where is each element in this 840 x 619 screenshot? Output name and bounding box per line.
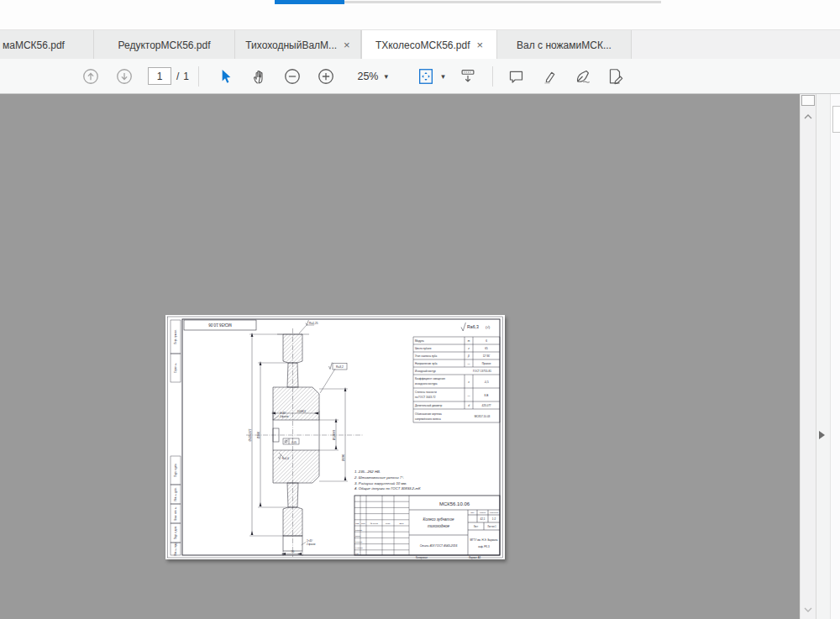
zoom-out-button[interactable]	[281, 66, 304, 87]
collapsed-tools-pane	[830, 94, 840, 619]
param-label2: сопряжённого колеса	[415, 417, 441, 421]
param-value: 12°36'	[483, 354, 491, 358]
close-tab-icon[interactable]: ×	[344, 39, 350, 50]
scrollbar-thumb[interactable]	[801, 95, 815, 106]
tab-document-1[interactable]: маМСК56.pdf	[0, 30, 94, 60]
chevron-down-icon: ▾	[441, 72, 445, 81]
previous-page-button[interactable]	[79, 66, 102, 87]
mass-header: Масса	[480, 511, 486, 514]
select-tool-button[interactable]	[213, 66, 237, 87]
minus-circle-icon	[283, 67, 302, 86]
param-label2: по ГОСТ 1643-72	[415, 396, 436, 399]
dim-hub-length: 100Н11	[297, 410, 307, 413]
page-total: 1	[183, 71, 189, 82]
tab-row-divider	[344, 1, 661, 3]
roughness-bore: Ra1,6	[282, 457, 289, 460]
param-label: Модуль	[415, 339, 424, 343]
tab-document-2[interactable]: РедукторМСК56.pdf	[94, 30, 235, 60]
param-label: Направление зуба	[415, 362, 438, 365]
chamfer-note-top-2: 4 фаски	[280, 415, 289, 418]
sheets-label: Листов 1	[487, 525, 496, 528]
param-label: Делительный диаметр	[415, 404, 443, 407]
organization-line1: МГТУ им. Н.Э. Баумана	[470, 538, 497, 542]
fit-page-icon	[417, 67, 435, 86]
close-tab-icon[interactable]: ×	[477, 39, 484, 50]
chamfer-note-bottom-2: 2 фаски	[307, 543, 316, 546]
col-header: Лист	[361, 522, 365, 524]
col-header: № докум.	[370, 522, 379, 524]
technical-notes: 1. 235...262 НВ. 2. Штамповочные уклоны …	[354, 469, 421, 490]
margin-label: Подп. и дата	[174, 526, 177, 539]
active-tab-underline	[275, 0, 344, 4]
fill-sign-button[interactable]	[571, 66, 595, 87]
runout-tolerance: 0,05	[291, 441, 297, 444]
hand-tool-button[interactable]	[247, 66, 270, 87]
param-sym: —	[467, 362, 470, 365]
footer-format: Формат А3	[469, 556, 481, 559]
vertical-scrollbar[interactable]	[800, 94, 816, 619]
organization-line2: каф. РК-3	[478, 545, 490, 548]
param-label: Угол наклона зуба	[415, 354, 438, 358]
tab-document-4-active[interactable]: ТХколесоМСК56.pdf ×	[361, 30, 497, 60]
param-label2: исходного контура	[415, 382, 438, 386]
tab-label: ТХколесоМСК56.pdf	[375, 39, 470, 51]
param-label: Обозначение чертежа	[415, 412, 442, 416]
fit-page-dropdown[interactable]: ▾	[414, 66, 448, 87]
param-value: 65	[485, 347, 488, 350]
scroll-up-button[interactable]	[803, 108, 813, 123]
title-block: МСК56.10.06 Колесо зубчатое тихоходное С…	[354, 496, 500, 559]
margin-stamp-column: Перв. примен. Справ. № Подп. и дата Инв.…	[171, 320, 181, 556]
staff-row: Пров.	[355, 535, 361, 538]
main-toolbar: 1 / 1 25% ▾ ▾	[0, 59, 840, 94]
lit-header: Лит.	[470, 511, 475, 514]
scrolling-mode-icon	[459, 67, 477, 86]
chevron-down-icon	[803, 606, 813, 613]
param-value: 8-В	[485, 394, 489, 397]
tools-panel-rail	[816, 94, 830, 619]
rotated-designation-stamp: МСК56.10.06	[208, 323, 232, 327]
footer-copied: Копировал	[416, 556, 428, 559]
edit-document-button[interactable]	[603, 66, 627, 87]
part-name-line2: тихоходное	[428, 524, 450, 528]
dim-hub-diameter: Ø190	[342, 454, 345, 461]
top-strip	[0, 0, 840, 29]
scroll-down-button[interactable]	[803, 601, 813, 616]
zoom-level-dropdown[interactable]: 25% ▾	[336, 66, 388, 87]
dim-web-diameter: Ø360	[257, 432, 260, 438]
roughness-hub: Ra3,2	[336, 365, 344, 369]
staff-row: Разраб.	[355, 529, 363, 532]
toolbar-divider	[198, 66, 199, 87]
note-line: 3. Радиусы закруглений 10 мм.	[354, 481, 407, 485]
note-line: 4. Общие допуски по ГОСТ 30893.2-тК	[354, 486, 421, 490]
chevron-down-icon: ▾	[384, 72, 388, 81]
comment-tool-button[interactable]	[504, 66, 528, 87]
param-value: Правое	[482, 362, 491, 365]
col-header: Подп.	[386, 522, 391, 524]
highlight-tool-button[interactable]	[538, 66, 561, 87]
margin-label: Перв. примен.	[174, 329, 177, 344]
margin-label: Взам. инв. №	[174, 506, 177, 520]
tools-panel-toggle-icon[interactable]	[819, 431, 825, 439]
pdf-page[interactable]: Перв. примен. Справ. № Подп. и дата Инв.…	[165, 315, 505, 559]
param-sym: z	[467, 347, 470, 350]
page-separator: /	[176, 71, 179, 82]
engineering-drawing: Перв. примен. Справ. № Подп. и дата Инв.…	[165, 315, 505, 559]
page-number-input[interactable]: 1	[148, 67, 171, 85]
next-page-button[interactable]	[113, 66, 136, 87]
param-value: 423,077	[481, 404, 491, 407]
document-tab-bar: маМСК56.pdf РедукторМСК56.pdf Тихоходный…	[0, 29, 840, 59]
comment-bubble-icon	[507, 68, 525, 86]
staff-row: Утв.	[355, 553, 360, 555]
general-roughness-mark: Ra6,3 (√)	[461, 323, 491, 331]
page-with-pencil-icon	[606, 67, 624, 86]
tab-document-5[interactable]: Вал с ножамиМСК...	[497, 30, 632, 60]
tab-document-3[interactable]: ТихоходныйВалМ... ×	[235, 30, 361, 60]
margin-label: Инв. № дубл.	[174, 487, 177, 501]
staff-row: Н.контр.	[355, 547, 364, 549]
part-name-line1: Колесо зубчатое	[423, 517, 454, 522]
zoom-in-button[interactable]	[314, 66, 338, 87]
page-scrolling-button[interactable]	[456, 66, 480, 87]
param-value: ГОСТ 13755-81	[473, 370, 491, 373]
param-label: Коэффициент смещения	[415, 377, 445, 380]
note-line: 1. 235...262 НВ.	[354, 469, 381, 474]
